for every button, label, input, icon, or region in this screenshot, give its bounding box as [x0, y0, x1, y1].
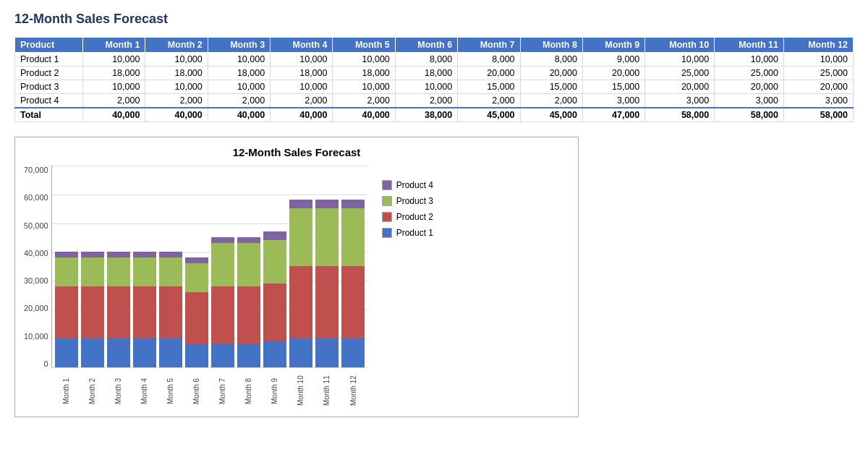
table-cell: 18,000 [333, 67, 395, 80]
grid-line [52, 367, 367, 368]
table-header-cell: Month 6 [395, 38, 457, 53]
product3-segment [211, 243, 234, 286]
table-cell: 20,000 [784, 80, 854, 94]
product2-segment [81, 286, 104, 338]
product3-segment [107, 257, 130, 286]
stacked-bar [315, 200, 339, 367]
product4-segment [237, 237, 260, 243]
total-cell: 40,000 [145, 108, 208, 122]
x-axis-label: Month 8 [237, 371, 260, 411]
table-cell: 25,000 [715, 67, 784, 80]
table-cell: 2,000 [395, 94, 457, 108]
legend-label: Product 2 [396, 212, 433, 222]
product4-segment [81, 252, 104, 257]
product1-segment [159, 338, 182, 367]
legend-item: Product 3 [382, 196, 433, 206]
page-title: 12-Month Sales Forecast [14, 12, 854, 27]
table-cell: 10,000 [145, 80, 208, 94]
table-cell: 2,000 [333, 94, 395, 108]
table-header-cell: Month 3 [208, 38, 270, 53]
product1-segment [133, 338, 156, 367]
product-label: Product 3 [15, 80, 83, 94]
product4-segment [159, 252, 182, 257]
table-cell: 15,000 [458, 80, 520, 94]
product3-segment [81, 257, 104, 286]
y-axis-label: 20,000 [24, 304, 48, 312]
product4-segment [263, 231, 286, 240]
y-axis-label: 30,000 [24, 276, 48, 285]
y-axis: 70,00060,00050,00040,00030,00020,00010,0… [24, 166, 51, 368]
table-cell: 10,000 [145, 53, 208, 67]
chart-title: 12-Month Sales Forecast [24, 146, 569, 158]
table-cell: 10,000 [208, 80, 270, 94]
total-cell: 45,000 [458, 108, 520, 122]
legend: Product 4Product 3Product 2Product 1 [367, 166, 433, 238]
product4-segment [289, 200, 312, 208]
product4-segment [133, 252, 156, 257]
total-cell: 40,000 [333, 108, 395, 122]
chart-container: 12-Month Sales Forecast 70,00060,00050,0… [14, 137, 579, 417]
table-cell: 20,000 [715, 80, 784, 94]
table-cell: 18,000 [271, 67, 333, 80]
x-axis-label: Month 9 [263, 371, 286, 411]
y-axis-label: 60,000 [24, 193, 48, 202]
x-axis-label: Month 12 [341, 371, 365, 411]
product1-segment [263, 341, 286, 367]
bar-group [81, 252, 104, 367]
table-row: Product 42,0002,0002,0002,0002,0002,0002… [15, 94, 854, 108]
table-cell: 2,000 [520, 94, 582, 108]
bar-group [237, 237, 260, 367]
x-axis-label: Month 2 [80, 371, 103, 411]
legend-item: Product 4 [382, 180, 433, 190]
product1-segment [237, 344, 260, 367]
x-axis-label: Month 6 [184, 371, 208, 411]
total-cell: 47,000 [582, 108, 644, 122]
table-header-cell: Month 12 [784, 38, 854, 53]
table-cell: 10,000 [333, 80, 395, 94]
table-cell: 10,000 [645, 53, 715, 67]
product1-segment [185, 344, 208, 367]
product3-segment [263, 240, 286, 283]
bar-group [341, 200, 365, 367]
bar-group [107, 252, 130, 367]
table-row: Product 110,00010,00010,00010,00010,0008… [15, 53, 854, 67]
product1-segment [315, 338, 339, 367]
legend-label: Product 3 [396, 196, 433, 206]
total-cell: 45,000 [520, 108, 582, 122]
stacked-bar [81, 252, 104, 367]
stacked-bar [341, 200, 365, 367]
table-cell: 20,000 [582, 67, 644, 80]
product3-segment [133, 257, 156, 286]
product1-segment [107, 338, 130, 367]
product2-segment [55, 286, 78, 338]
table-cell: 3,000 [715, 94, 784, 108]
stacked-bar [211, 237, 234, 367]
table-cell: 2,000 [458, 94, 520, 108]
table-cell: 20,000 [645, 80, 715, 94]
table-cell: 18,000 [83, 67, 145, 80]
stacked-bar [263, 231, 286, 367]
table-header-cell: Product [15, 38, 83, 53]
legend-item: Product 1 [382, 228, 433, 238]
product3-segment [55, 257, 78, 286]
x-axis-label: Month 5 [158, 371, 182, 411]
total-cell: 58,000 [715, 108, 784, 122]
table-cell: 2,000 [83, 94, 145, 108]
table-cell: 10,000 [333, 53, 395, 67]
table-header-cell: Month 2 [145, 38, 208, 53]
table-cell: 25,000 [645, 67, 715, 80]
bar-group [55, 252, 78, 367]
table-header-cell: Month 9 [582, 38, 644, 53]
table-cell: 18,000 [145, 67, 208, 80]
product2-segment [159, 286, 182, 338]
product2-segment [237, 286, 260, 344]
x-axis-label: Month 3 [106, 371, 129, 411]
legend-color-box [382, 228, 392, 238]
table-header-cell: Month 11 [715, 38, 784, 53]
table-header-cell: Month 5 [333, 38, 395, 53]
product2-segment [107, 286, 130, 338]
product2-segment [341, 266, 365, 338]
y-axis-label: 70,000 [24, 166, 48, 174]
table-cell: 10,000 [83, 80, 145, 94]
product2-segment [133, 286, 156, 338]
